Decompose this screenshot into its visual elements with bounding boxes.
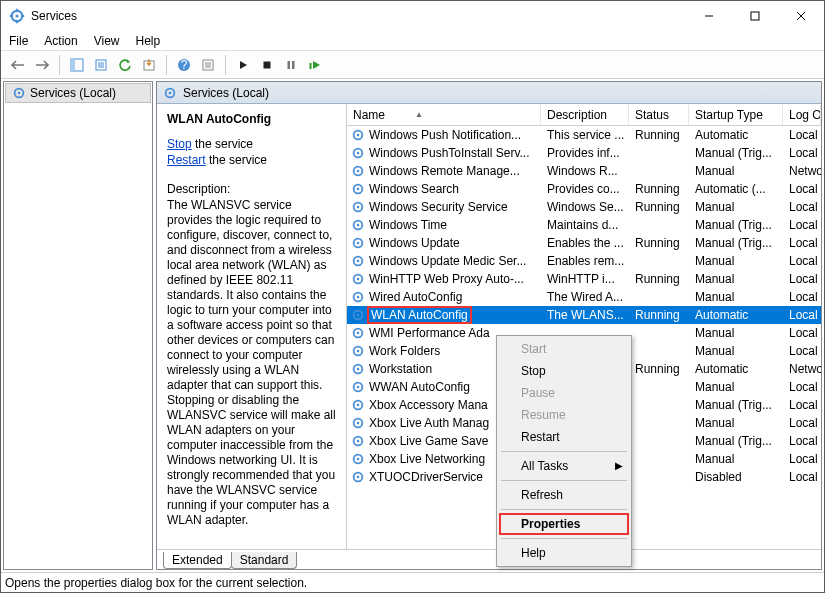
svg-point-32 bbox=[357, 134, 360, 137]
svg-point-68 bbox=[357, 458, 360, 461]
pause-service-button[interactable] bbox=[280, 54, 302, 76]
tab-extended[interactable]: Extended bbox=[163, 552, 232, 569]
service-startup: Manual bbox=[689, 254, 783, 268]
col-header-description[interactable]: Description bbox=[541, 105, 629, 125]
menu-view[interactable]: View bbox=[94, 34, 120, 48]
svg-rect-23 bbox=[264, 61, 271, 68]
service-name: Xbox Accessory Mana bbox=[369, 398, 488, 412]
export-list-button[interactable] bbox=[90, 54, 112, 76]
service-logon: Local Sy bbox=[783, 128, 821, 142]
start-service-button[interactable] bbox=[232, 54, 254, 76]
menu-file[interactable]: File bbox=[9, 34, 28, 48]
service-startup: Automatic bbox=[689, 308, 783, 322]
toolbar: ? bbox=[1, 51, 824, 79]
service-startup: Manual bbox=[689, 416, 783, 430]
service-name: Xbox Live Auth Manag bbox=[369, 416, 489, 430]
service-description: Windows R... bbox=[541, 164, 629, 178]
stop-service-button[interactable] bbox=[256, 54, 278, 76]
service-row[interactable]: Windows SearchProvides co...RunningAutom… bbox=[347, 180, 821, 198]
col-header-logon[interactable]: Log On bbox=[783, 105, 821, 125]
service-logon: Local Sy bbox=[783, 254, 821, 268]
service-startup: Manual bbox=[689, 344, 783, 358]
svg-point-46 bbox=[357, 260, 360, 263]
close-button[interactable] bbox=[778, 1, 824, 31]
show-hide-tree-button[interactable] bbox=[66, 54, 88, 76]
context-menu-item-restart[interactable]: Restart bbox=[499, 426, 629, 448]
service-status: Running bbox=[629, 308, 689, 322]
service-row[interactable]: Windows Security ServiceWindows Se...Run… bbox=[347, 198, 821, 216]
svg-point-62 bbox=[357, 404, 360, 407]
context-menu-item-help[interactable]: Help bbox=[499, 542, 629, 564]
properties-button[interactable] bbox=[197, 54, 219, 76]
gear-icon bbox=[351, 164, 365, 178]
description-label: Description: bbox=[167, 182, 336, 196]
service-logon: Local Sy bbox=[783, 380, 821, 394]
toolbar-separator bbox=[59, 55, 60, 75]
service-row[interactable]: Windows Remote Manage...Windows R...Manu… bbox=[347, 162, 821, 180]
gear-icon bbox=[351, 452, 365, 466]
context-menu-item-properties[interactable]: Properties bbox=[499, 513, 629, 535]
service-logon: Local Sy bbox=[783, 146, 821, 160]
gear-icon bbox=[351, 470, 365, 484]
service-name: Windows PushToInstall Serv... bbox=[369, 146, 530, 160]
menu-action[interactable]: Action bbox=[44, 34, 77, 48]
service-startup: Manual (Trig... bbox=[689, 236, 783, 250]
service-row[interactable]: Wired AutoConfigThe Wired A...ManualLoca… bbox=[347, 288, 821, 306]
restart-suffix: the service bbox=[206, 153, 267, 167]
restart-service-button[interactable] bbox=[304, 54, 326, 76]
service-description: Provides inf... bbox=[541, 146, 629, 160]
refresh-button[interactable] bbox=[114, 54, 136, 76]
svg-point-36 bbox=[357, 170, 360, 173]
service-row[interactable]: Windows TimeMaintains d...Manual (Trig..… bbox=[347, 216, 821, 234]
gear-icon bbox=[351, 290, 365, 304]
gear-icon bbox=[351, 308, 365, 322]
gear-icon bbox=[351, 344, 365, 358]
col-header-startup[interactable]: Startup Type bbox=[689, 105, 783, 125]
forward-button[interactable] bbox=[31, 54, 53, 76]
tab-standard[interactable]: Standard bbox=[231, 552, 298, 569]
restart-service-link[interactable]: Restart bbox=[167, 153, 206, 167]
context-menu-item-stop[interactable]: Stop bbox=[499, 360, 629, 382]
back-button[interactable] bbox=[7, 54, 29, 76]
service-status: Running bbox=[629, 200, 689, 214]
stop-suffix: the service bbox=[192, 137, 253, 151]
column-headers: Name▲ Description Status Startup Type Lo… bbox=[347, 104, 821, 126]
context-menu-item-all-tasks[interactable]: All Tasks▶ bbox=[499, 455, 629, 477]
pane-header-label: Services (Local) bbox=[183, 86, 269, 100]
service-startup: Manual bbox=[689, 452, 783, 466]
service-row[interactable]: Windows Push Notification...This service… bbox=[347, 126, 821, 144]
svg-point-64 bbox=[357, 422, 360, 425]
tree-item-services-local[interactable]: Services (Local) bbox=[5, 83, 151, 103]
col-header-status[interactable]: Status bbox=[629, 105, 689, 125]
service-description: WinHTTP i... bbox=[541, 272, 629, 286]
submenu-arrow-icon: ▶ bbox=[615, 460, 623, 471]
window-title: Services bbox=[31, 9, 686, 23]
minimize-button[interactable] bbox=[686, 1, 732, 31]
service-startup: Manual (Trig... bbox=[689, 218, 783, 232]
service-row[interactable]: Windows Update Medic Ser...Enables rem..… bbox=[347, 252, 821, 270]
service-row[interactable]: WLAN AutoConfigThe WLANS...RunningAutoma… bbox=[347, 306, 821, 324]
help-button[interactable]: ? bbox=[173, 54, 195, 76]
service-row[interactable]: Windows UpdateEnables the ...RunningManu… bbox=[347, 234, 821, 252]
view-tabs: Extended Standard bbox=[157, 549, 821, 569]
service-logon: Local Sy bbox=[783, 416, 821, 430]
gear-icon bbox=[351, 380, 365, 394]
service-name: Workstation bbox=[369, 362, 432, 376]
maximize-button[interactable] bbox=[732, 1, 778, 31]
svg-point-70 bbox=[357, 476, 360, 479]
service-row[interactable]: Windows PushToInstall Serv...Provides in… bbox=[347, 144, 821, 162]
service-startup: Automatic bbox=[689, 362, 783, 376]
service-row[interactable]: WinHTTP Web Proxy Auto-...WinHTTP i...Ru… bbox=[347, 270, 821, 288]
selected-service-name: WLAN AutoConfig bbox=[167, 112, 336, 126]
stop-service-link[interactable]: Stop bbox=[167, 137, 192, 151]
col-header-name[interactable]: Name▲ bbox=[347, 105, 541, 125]
service-logon: Local Se bbox=[783, 344, 821, 358]
service-logon: Networ bbox=[783, 164, 821, 178]
services-app-icon bbox=[9, 8, 25, 24]
export-button[interactable] bbox=[138, 54, 160, 76]
service-startup: Manual bbox=[689, 326, 783, 340]
context-menu-item-refresh[interactable]: Refresh bbox=[499, 484, 629, 506]
service-logon: Local Sy bbox=[783, 308, 821, 322]
menu-help[interactable]: Help bbox=[136, 34, 161, 48]
svg-rect-11 bbox=[71, 59, 75, 71]
